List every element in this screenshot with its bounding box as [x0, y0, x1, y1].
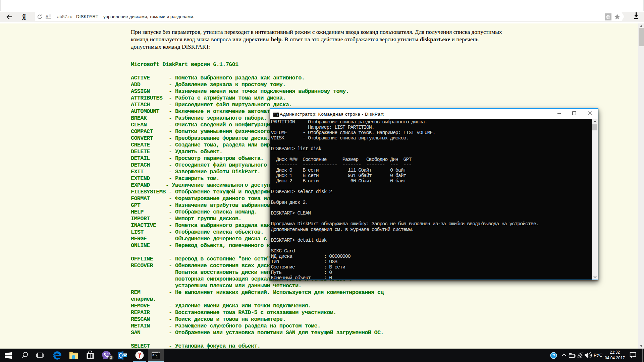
svg-text:A: A: [46, 14, 48, 18]
svg-text:C:\: C:\: [274, 113, 279, 116]
svg-text:?: ?: [552, 353, 555, 358]
svg-text:C:\: C:\: [153, 354, 157, 357]
svg-text:3: 3: [110, 356, 112, 360]
